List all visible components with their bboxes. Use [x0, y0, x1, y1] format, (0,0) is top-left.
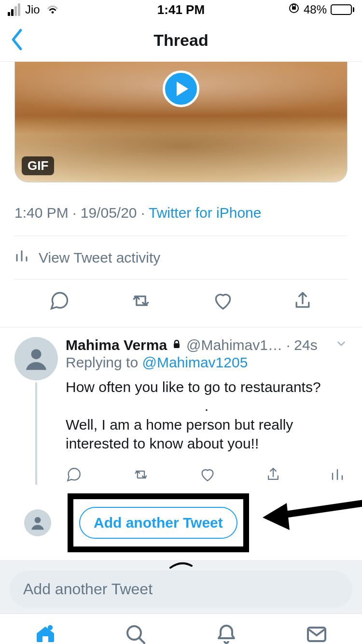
cell-signal-icon — [8, 3, 20, 16]
svg-point-2 — [31, 349, 42, 359]
tweet-time: 1:40 PM — [14, 205, 69, 221]
avatar-small[interactable] — [24, 509, 51, 536]
composer-input[interactable]: Add another Tweet — [10, 571, 352, 608]
drag-handle-icon — [10, 561, 352, 567]
add-tweet-row: Add another Tweet — [0, 485, 362, 559]
rotation-lock-icon — [288, 2, 300, 17]
tab-messages[interactable] — [305, 623, 328, 644]
wifi-icon — [46, 2, 59, 17]
tweet-date: 19/05/20 — [81, 205, 137, 221]
battery-percent: 48% — [304, 3, 327, 16]
retweet-icon[interactable] — [131, 466, 151, 485]
reply-line1: How often you like to go to restaurants? — [66, 378, 348, 396]
like-icon[interactable] — [199, 466, 216, 485]
tab-bar — [0, 614, 362, 644]
tab-notifications[interactable] — [215, 623, 238, 644]
status-bar: Jio 1:41 PM 48% — [0, 0, 362, 19]
status-right: 48% — [288, 2, 354, 17]
retweet-icon[interactable] — [128, 290, 153, 313]
mention[interactable]: @Mahimav1205 — [142, 354, 248, 370]
like-icon[interactable] — [212, 290, 234, 313]
replying-to: Replying to @Mahimav1205 — [66, 354, 348, 371]
reply-icon[interactable] — [49, 290, 70, 313]
svg-rect-3 — [174, 343, 180, 348]
annotation-arrow-icon — [253, 491, 362, 530]
back-button[interactable] — [10, 29, 24, 52]
share-icon[interactable] — [265, 466, 281, 485]
analytics-icon — [14, 249, 29, 266]
tweet-source[interactable]: Twitter for iPhone — [149, 205, 261, 221]
display-name[interactable]: Mahima Verma — [66, 337, 167, 353]
analytics-icon[interactable] — [330, 467, 345, 484]
reply-actions — [66, 466, 348, 485]
reply-time: 24s — [294, 337, 317, 353]
reply-text: How often you like to go to restaurants?… — [66, 378, 348, 453]
nav-header: Thread — [0, 19, 362, 62]
thread-line — [35, 382, 37, 485]
replying-prefix: Replying to — [66, 354, 142, 370]
svg-point-4 — [35, 517, 41, 523]
play-icon[interactable] — [163, 70, 199, 107]
svg-rect-1 — [292, 6, 296, 10]
composer-area: Add another Tweet — [0, 560, 362, 614]
tab-home[interactable] — [34, 623, 57, 644]
view-tweet-activity[interactable]: View Tweet activity — [0, 236, 362, 279]
annotation-highlight: Add another Tweet — [68, 493, 249, 552]
reply-header: Mahima Verma @Mahimav1… · 24s — [66, 337, 348, 353]
page-title: Thread — [153, 31, 208, 50]
status-left: Jio — [8, 2, 59, 17]
gif-badge: GIF — [22, 156, 54, 175]
tweet-actions — [0, 280, 362, 327]
tab-search[interactable] — [124, 623, 147, 644]
handle[interactable]: @Mahimav1… — [186, 337, 282, 353]
tweet-meta: 1:40 PM · 19/05/20 · Twitter for iPhone — [0, 182, 362, 236]
tweet-media[interactable]: GIF — [14, 62, 348, 182]
reply-tweet[interactable]: Mahima Verma @Mahimav1… · 24s Replying t… — [0, 327, 362, 485]
lock-icon — [171, 337, 182, 353]
avatar[interactable] — [14, 337, 58, 380]
activity-label: View Tweet activity — [39, 250, 160, 266]
carrier-label: Jio — [25, 3, 40, 16]
reply-icon[interactable] — [66, 466, 82, 485]
reply-line2: Well, I am a home person but really inte… — [66, 415, 348, 453]
share-icon[interactable] — [292, 290, 313, 313]
battery-icon — [331, 4, 354, 15]
add-another-tweet-button[interactable]: Add another Tweet — [79, 507, 237, 539]
chevron-down-icon[interactable] — [335, 337, 348, 353]
